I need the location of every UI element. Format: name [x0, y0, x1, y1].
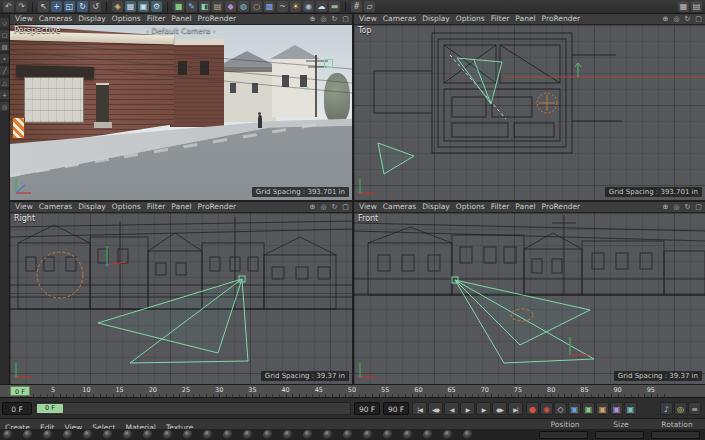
end-frame-field[interactable]: 90 F — [383, 402, 409, 415]
polygons-mode-icon[interactable]: △ — [0, 78, 9, 87]
material-thumbnail[interactable] — [463, 430, 473, 440]
key-pla-icon[interactable]: ▣ — [624, 402, 637, 415]
workplane-icon[interactable]: ▱ — [364, 1, 375, 12]
environment-icon[interactable]: ☁ — [316, 1, 327, 12]
mograph-icon[interactable]: ◆ — [225, 1, 236, 12]
material-thumbnail[interactable] — [283, 430, 293, 440]
viewport-menu-cameras[interactable]: Cameras — [380, 202, 419, 212]
subdivision-surface-icon[interactable]: ◧ — [199, 1, 210, 12]
viewport-menu-panel[interactable]: Panel — [168, 14, 194, 24]
viewport-menu-filter[interactable]: Filter — [144, 14, 169, 24]
timeline-playhead[interactable]: 0 F — [10, 386, 30, 396]
zoom-view-icon[interactable]: ◎ — [319, 15, 328, 24]
viewport-menu-panel[interactable]: Panel — [512, 202, 538, 212]
perspective-view[interactable]: Perspective - Default Camera - Grid Spac… — [10, 25, 352, 200]
add-cube-icon[interactable]: ■ — [173, 1, 184, 12]
material-thumbnail[interactable] — [343, 430, 353, 440]
viewport-menu-view[interactable]: View — [12, 202, 36, 212]
render-view-icon[interactable]: ▦ — [125, 1, 136, 12]
previous-frame-icon[interactable]: ◀ — [444, 402, 459, 415]
key-rotation-icon[interactable]: ▣ — [596, 402, 609, 415]
viewport-menu-filter[interactable]: Filter — [488, 14, 513, 24]
front-view[interactable]: Front Grid Spacing : 39.37 in — [354, 213, 705, 384]
rotate-view-icon[interactable]: ↻ — [330, 203, 339, 212]
viewport-menu-cameras[interactable]: Cameras — [36, 202, 75, 212]
material-thumbnail[interactable] — [443, 430, 453, 440]
viewport-menu-prorender[interactable]: ProRender — [195, 202, 240, 212]
snap-icon[interactable]: # — [351, 1, 362, 12]
viewport-menu-options[interactable]: Options — [109, 202, 144, 212]
viewport-menu-view[interactable]: View — [356, 202, 380, 212]
floor-icon[interactable]: ▬ — [329, 1, 340, 12]
layout-icon[interactable]: ▦ — [678, 1, 689, 12]
toggle-view-icon[interactable]: ▢ — [341, 203, 350, 212]
make-editable-icon[interactable]: ◇ — [0, 18, 9, 27]
deformer-icon[interactable]: ○ — [251, 1, 262, 12]
rotate-view-icon[interactable]: ↻ — [330, 15, 339, 24]
viewport-menu-cameras[interactable]: Cameras — [380, 14, 419, 24]
move-tool-icon[interactable]: + — [51, 1, 62, 12]
last-tool-icon[interactable]: ↺ — [90, 1, 101, 12]
material-thumbnail[interactable] — [103, 430, 113, 440]
goto-end-icon[interactable]: ▶| — [508, 402, 523, 415]
zoom-view-icon[interactable]: ◎ — [319, 203, 328, 212]
next-frame-icon[interactable]: ▶ — [476, 402, 491, 415]
keyframe-selection-icon[interactable]: ◇ — [554, 402, 567, 415]
range-end-field[interactable]: 90 F — [354, 402, 380, 415]
viewport-menu-display[interactable]: Display — [419, 202, 453, 212]
key-position-icon[interactable]: ▣ — [568, 402, 581, 415]
zoom-view-icon[interactable]: ◎ — [672, 203, 681, 212]
right-view[interactable]: Right Grid Spacing : 39.37 in — [10, 213, 352, 384]
material-thumbnail[interactable] — [263, 430, 273, 440]
material-thumbnail[interactable] — [63, 430, 73, 440]
powerslider-handle[interactable]: 0 F — [37, 404, 63, 413]
key-scale-icon[interactable]: ▣ — [582, 402, 595, 415]
pan-view-icon[interactable]: ⊕ — [308, 15, 317, 24]
viewport-menu-view[interactable]: View — [356, 14, 380, 24]
toggle-view-icon[interactable]: ▢ — [341, 15, 350, 24]
viewport-menu-panel[interactable]: Panel — [512, 14, 538, 24]
viewport-solo-icon[interactable]: ◎ — [0, 102, 9, 111]
material-thumbnail[interactable] — [3, 430, 13, 440]
rotation-field[interactable] — [651, 431, 700, 439]
pan-view-icon[interactable]: ⊕ — [308, 203, 317, 212]
material-thumbnail[interactable] — [403, 430, 413, 440]
viewport-menu-prorender[interactable]: ProRender — [195, 14, 240, 24]
material-thumbnail[interactable] — [363, 430, 373, 440]
rotate-view-icon[interactable]: ↻ — [683, 15, 692, 24]
viewport-menu-options[interactable]: Options — [453, 202, 488, 212]
render-settings-icon[interactable]: ⚙ — [151, 1, 162, 12]
timeline-ruler[interactable]: 05101520253035404550556065707580859095 0… — [0, 384, 705, 397]
render-picture-viewer-icon[interactable]: ▣ — [138, 1, 149, 12]
volume-icon[interactable]: ▩ — [264, 1, 275, 12]
top-view[interactable]: Top Grid Spacing : 393.701 in — [354, 25, 705, 200]
material-thumbnail[interactable] — [143, 430, 153, 440]
model-mode-icon[interactable]: ▢ — [0, 30, 9, 39]
current-frame-field[interactable]: 0 F — [2, 402, 32, 415]
next-key-icon[interactable]: ◆▶ — [492, 402, 507, 415]
viewport-menu-filter[interactable]: Filter — [488, 202, 513, 212]
undo-icon[interactable]: ↶ — [3, 1, 14, 12]
rotate-view-icon[interactable]: ↻ — [683, 203, 692, 212]
play-sound-icon[interactable]: ♪ — [660, 402, 673, 415]
material-thumbnail[interactable] — [123, 430, 133, 440]
material-thumbnail[interactable] — [163, 430, 173, 440]
camera-label[interactable]: - Default Camera - — [10, 26, 352, 35]
viewport-menu-display[interactable]: Display — [75, 202, 109, 212]
viewport-menu-options[interactable]: Options — [109, 14, 144, 24]
play-forward-icon[interactable]: ▶ — [460, 402, 475, 415]
scale-tool-icon[interactable]: ◱ — [64, 1, 75, 12]
animation-options-icon[interactable]: ≡ — [688, 402, 701, 415]
texture-mode-icon[interactable]: ▨ — [0, 42, 9, 51]
material-thumbnail[interactable] — [43, 430, 53, 440]
viewport-menu-display[interactable]: Display — [75, 14, 109, 24]
size-field[interactable] — [595, 431, 644, 439]
live-selection-icon[interactable]: ↖ — [38, 1, 49, 12]
spline-pen-icon[interactable]: ✎ — [186, 1, 197, 12]
material-thumbnail[interactable] — [23, 430, 33, 440]
pan-view-icon[interactable]: ⊕ — [661, 203, 670, 212]
pan-view-icon[interactable]: ⊕ — [661, 15, 670, 24]
solo-animation-icon[interactable]: ◎ — [674, 402, 687, 415]
light-icon[interactable]: ☀ — [290, 1, 301, 12]
viewport-menu-panel[interactable]: Panel — [168, 202, 194, 212]
